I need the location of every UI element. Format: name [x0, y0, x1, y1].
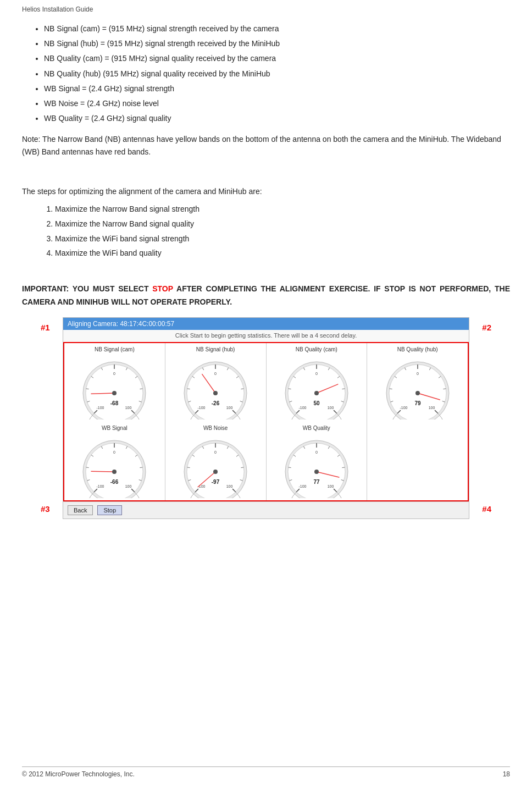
gauge-label: WB Quality: [269, 425, 365, 431]
gauges-row-2: WB Signal -1000100 -66 WB Noise -1000100…: [63, 422, 469, 501]
gauge-label: NB Quality (hub): [369, 346, 465, 352]
svg-text:79: 79: [414, 400, 421, 406]
svg-text:-97: -97: [212, 479, 220, 485]
steps-intro: The steps for optimizing the alignment o…: [22, 185, 510, 197]
svg-text:0: 0: [315, 372, 318, 376]
header-title: Helios Installation Guide: [22, 5, 93, 13]
page-header: Helios Installation Guide: [22, 5, 510, 13]
svg-point-74: [415, 391, 420, 395]
gauge-cell: NB Signal (cam) -1000100 -68: [64, 343, 165, 422]
svg-text:100: 100: [125, 406, 132, 410]
svg-text:-68: -68: [110, 400, 119, 406]
stop-word: STOP: [152, 284, 173, 293]
bullet-item: NB Quality (hub) (915 MHz) signal qualit…: [44, 67, 510, 81]
diagram-inner: Aligning Camera: 48:17:4C:00:00:57 Click…: [63, 317, 469, 519]
diagram-title-bar: Aligning Camera: 48:17:4C:00:00:57: [63, 318, 469, 330]
gauge-cell: WB Quality -1000100 77: [267, 422, 368, 500]
svg-text:-100: -100: [298, 484, 306, 488]
ordered-list: Maximize the Narrow Band signal strength…: [55, 202, 510, 260]
label-tr: #2: [482, 323, 491, 332]
diagram-footer: Back Stop: [63, 501, 469, 518]
svg-text:0: 0: [113, 450, 115, 454]
gauges-section: NB Signal (cam) -1000100 -68 NB Signal (…: [63, 342, 469, 501]
gauge-cell: NB Quality (cam) -1000100 50: [267, 343, 368, 422]
page-number: 18: [503, 770, 510, 778]
svg-text:0: 0: [113, 372, 115, 376]
svg-text:-26: -26: [212, 400, 220, 406]
diagram-subtitle: Click Start to begin getting statistics.…: [63, 330, 469, 342]
svg-text:-100: -100: [400, 406, 407, 410]
svg-point-93: [112, 470, 117, 474]
svg-text:100: 100: [226, 406, 233, 410]
label-bl: #3: [41, 504, 50, 514]
important-before: IMPORTANT: YOU MUST SELECT: [22, 284, 152, 293]
svg-point-112: [213, 470, 218, 474]
svg-text:-100: -100: [97, 484, 104, 488]
page-footer: © 2012 MicroPower Technologies, Inc. 18: [22, 766, 510, 778]
svg-text:-100: -100: [298, 406, 306, 410]
svg-text:0: 0: [315, 450, 318, 454]
bullet-item: NB Quality (cam) = (915 MHz) signal qual…: [44, 52, 510, 65]
bullet-item: NB Signal (hub) = (915 MHz) signal stren…: [44, 37, 510, 51]
gauge-label: WB Signal: [66, 425, 163, 431]
svg-text:77: 77: [313, 479, 320, 485]
bullet-item: WB Noise = (2.4 GHz) noise level: [44, 97, 510, 111]
svg-text:50: 50: [313, 400, 320, 406]
step-item: Maximize the Narrow Band signal quality: [55, 217, 510, 231]
gauge-label: NB Signal (hub): [168, 346, 264, 352]
svg-text:-66: -66: [110, 479, 119, 485]
bullet-item: WB Signal = (2.4 GHz) signal strength: [44, 82, 510, 96]
gauge-cell: NB Quality (hub) -1000100 79: [367, 343, 468, 422]
svg-point-36: [213, 391, 218, 395]
svg-text:100: 100: [226, 484, 233, 488]
gauge-cell: WB Noise -1000100 -97: [165, 422, 267, 500]
svg-line-92: [91, 472, 114, 472]
svg-point-17: [112, 391, 117, 395]
step-item: Maximize the WiFi band quality: [55, 246, 510, 261]
gauge-cell: [367, 422, 468, 500]
svg-text:100: 100: [328, 484, 334, 488]
bullet-list: NB Signal (cam) = (915 MHz) signal stren…: [44, 22, 510, 125]
gauges-row-1: NB Signal (cam) -1000100 -68 NB Signal (…: [63, 342, 469, 422]
important-block: IMPORTANT: YOU MUST SELECT STOP AFTER CO…: [22, 283, 510, 309]
gauge-cell: NB Signal (hub) -1000100 -26: [165, 343, 267, 422]
svg-text:100: 100: [428, 406, 435, 410]
svg-text:0: 0: [417, 372, 419, 376]
gauge-cell: WB Signal -1000100 -66: [64, 422, 165, 500]
label-tl: #1: [41, 323, 50, 332]
bullet-item: WB Quality = (2.4 GHz) signal quality: [44, 112, 510, 125]
gauge-label: NB Quality (cam): [269, 346, 365, 352]
svg-text:0: 0: [214, 372, 217, 376]
copyright: © 2012 MicroPower Technologies, Inc.: [22, 770, 135, 778]
diagram-container: #1 #2 #3 #4 Aligning Camera: 48:17:4C:00…: [57, 317, 475, 519]
label-br: #4: [482, 504, 491, 514]
bullet-item: NB Signal (cam) = (915 MHz) signal stren…: [44, 22, 510, 36]
back-button[interactable]: Back: [68, 505, 93, 515]
note-text: Note: The Narrow Band (NB) antennas have…: [22, 133, 510, 158]
svg-text:100: 100: [125, 484, 132, 488]
svg-text:0: 0: [214, 450, 217, 454]
svg-text:100: 100: [328, 406, 334, 410]
gauge-label: WB Noise: [168, 425, 264, 431]
step-item: Maximize the Narrow Band signal strength: [55, 202, 510, 217]
stop-button[interactable]: Stop: [97, 505, 122, 515]
svg-text:-100: -100: [198, 406, 206, 410]
svg-text:-100: -100: [97, 406, 104, 410]
svg-point-55: [314, 391, 319, 395]
gauge-label: NB Signal (cam): [66, 346, 163, 352]
step-item: Maximize the WiFi band signal strength: [55, 231, 510, 246]
svg-point-131: [314, 470, 319, 474]
